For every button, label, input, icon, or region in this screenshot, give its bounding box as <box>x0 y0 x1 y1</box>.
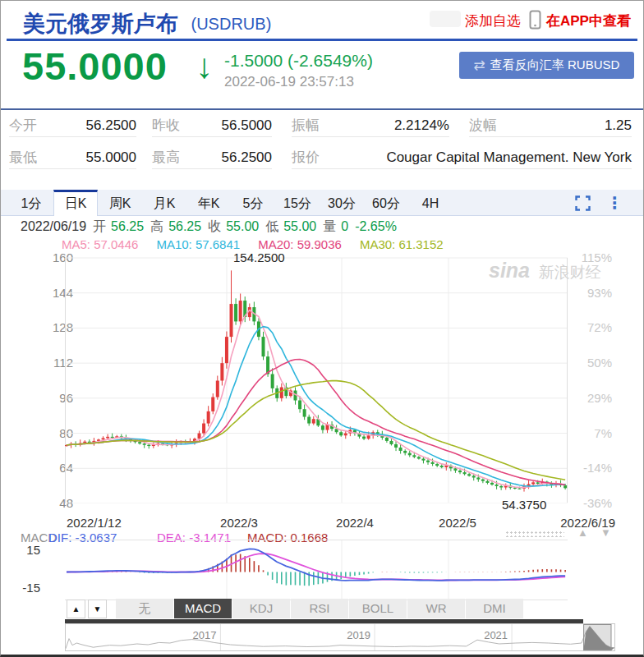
info-segment: 开 <box>93 219 106 233</box>
scroll-right-icon[interactable]: ▼ <box>600 526 611 539</box>
date-tick: 2022/3 <box>206 516 272 530</box>
price-change: -1.5000 (-2.6549%) <box>224 51 373 71</box>
trough-price-label: 54.3750 <box>502 498 546 512</box>
more-options-icon[interactable]: ⋮ <box>606 193 623 213</box>
stat-label: 振幅 <box>292 117 320 133</box>
indicator-up-button[interactable]: ▲ <box>67 600 85 618</box>
stat-value: 56.2500 <box>86 114 136 136</box>
stat-cell: 报价Cougar Capital Management. New York <box>292 146 632 169</box>
info-segment: 56.25 <box>111 219 144 233</box>
ma-label: MA10: 57.6841 <box>156 237 240 251</box>
period-tab-周K[interactable]: 周K <box>98 191 142 216</box>
date-tick: 2022/4 <box>322 516 388 530</box>
percent-tick: -36% <box>574 496 612 510</box>
fullscreen-icon[interactable] <box>575 195 591 211</box>
macd-chart <box>65 540 568 599</box>
navigator-year-label: 2019 <box>338 629 370 641</box>
pair-symbol: (USDRUB) <box>191 15 272 33</box>
indicator-down-button[interactable]: ▼ <box>88 600 107 618</box>
scroll-left-icon[interactable]: ▲ <box>577 526 588 539</box>
navigator-year-label: 2021 <box>475 629 508 641</box>
period-tab-bar: 1分日K周K月K年K5分15分30分60分4H <box>1 190 643 216</box>
percent-tick: 7% <box>574 426 612 440</box>
info-segment: 55.00 <box>226 219 259 233</box>
percent-tick: 29% <box>574 391 612 405</box>
ma-label: MA5: 57.0446 <box>62 237 138 251</box>
stat-label: 昨收 <box>152 117 180 133</box>
stat-value: 2.2124% <box>394 114 449 136</box>
ma-values-line: MA5: 57.0446MA10: 57.6841MA20: 59.9036MA… <box>62 237 462 251</box>
peak-price-label: 154.2500 <box>233 250 285 264</box>
ma-label: MA30: 61.3152 <box>360 237 444 251</box>
ma-label: MA20: 59.9036 <box>258 237 342 251</box>
indicator-tab-无[interactable]: 无 <box>116 599 173 618</box>
stat-value: 55.0000 <box>86 146 136 168</box>
stat-value: 1.25 <box>605 114 632 136</box>
indicator-tab-RSI[interactable]: RSI <box>291 599 348 618</box>
view-in-app-link[interactable]: 在APP中查看 <box>546 11 631 30</box>
stat-value: Cougar Capital Management. New York <box>386 146 632 168</box>
info-segment: 0 <box>341 219 348 233</box>
stat-label: 今开 <box>9 117 37 133</box>
info-segment: -2.65% <box>355 219 397 233</box>
stat-label: 波幅 <box>469 117 497 133</box>
add-watchlist-link[interactable]: 添加自选 <box>465 11 521 30</box>
range-drag-handle[interactable] <box>505 531 564 537</box>
indicator-tab-WR[interactable]: WR <box>407 599 465 618</box>
stat-value: 56.2500 <box>222 146 272 168</box>
watchlist-icon-placeholder <box>430 11 461 27</box>
stat-cell: 今开56.2500 <box>9 114 136 137</box>
info-segment: 量 <box>323 219 336 233</box>
period-tab-30分[interactable]: 30分 <box>320 191 364 216</box>
indicator-tab-DMI[interactable]: DMI <box>466 599 523 618</box>
percent-tick: 72% <box>574 320 612 334</box>
macd-tick-top: 15 <box>7 543 40 557</box>
period-tab-月K[interactable]: 月K <box>142 191 186 216</box>
percent-tick: -14% <box>574 461 612 475</box>
info-segment: 收 <box>208 219 221 233</box>
ohlc-info-line: 2022/06/19开56.25高56.25收55.00低55.00量0-2.6… <box>21 218 402 236</box>
reverse-rate-label: 查看反向汇率 RUBUSD <box>490 57 620 73</box>
period-tab-5分[interactable]: 5分 <box>231 191 275 216</box>
stat-cell: 波幅1.25 <box>469 114 632 137</box>
quote-timestamp: 2022-06-19 23:57:13 <box>224 74 354 90</box>
reverse-rate-button[interactable]: ⇄ 查看反向汇率 RUBUSD <box>459 52 634 79</box>
percent-tick: 93% <box>574 286 612 300</box>
stat-cell: 最高56.2500 <box>152 146 272 169</box>
down-arrow-icon: ↓ <box>196 47 213 86</box>
period-tab-1分[interactable]: 1分 <box>9 191 53 216</box>
period-tab-15分[interactable]: 15分 <box>275 191 320 216</box>
info-segment: 低 <box>265 219 278 233</box>
date-tick: 2022/5 <box>425 516 490 530</box>
period-tab-4H[interactable]: 4H <box>408 191 453 216</box>
period-tab-日K[interactable]: 日K <box>53 190 98 216</box>
percent-tick: 50% <box>574 356 612 370</box>
stat-value: 56.5000 <box>222 114 272 136</box>
indicator-tab-MACD[interactable]: MACD <box>174 599 232 618</box>
info-segment: 56.25 <box>168 219 201 233</box>
period-tab-年K[interactable]: 年K <box>186 191 231 216</box>
period-tab-60分[interactable]: 60分 <box>364 191 408 216</box>
stat-cell: 振幅2.2124% <box>292 114 449 137</box>
phone-icon <box>529 10 541 30</box>
candlestick-chart <box>65 257 568 503</box>
swap-icon: ⇄ <box>474 57 485 74</box>
current-price: 55.0000 <box>22 44 168 89</box>
info-segment: 高 <box>150 219 163 233</box>
page-title: 美元俄罗斯卢布 (USDRUB) <box>23 9 271 39</box>
usdrub-quote-page: 美元俄罗斯卢布 (USDRUB) 添加自选 在APP中查看 55.0000 ↓ … <box>0 0 644 657</box>
stat-cell: 最低55.0000 <box>9 146 136 169</box>
stat-label: 最高 <box>152 149 180 165</box>
info-segment: 2022/06/19 <box>21 219 86 233</box>
indicator-tab-KDJ[interactable]: KDJ <box>232 599 290 618</box>
watermark-text: 新浪财经 <box>538 264 600 281</box>
indicator-tab-BOLL[interactable]: BOLL <box>349 599 407 618</box>
header-divider <box>7 39 637 41</box>
date-tick: 2022/1/12 <box>67 516 122 530</box>
navigator-selection-window[interactable] <box>584 625 611 650</box>
info-segment: 55.00 <box>283 219 316 233</box>
pair-name: 美元俄罗斯卢布 <box>23 11 178 36</box>
sina-watermark: sina 新浪财经 <box>489 259 600 283</box>
stat-label: 报价 <box>292 149 320 165</box>
watermark-brand: sina <box>489 259 530 282</box>
